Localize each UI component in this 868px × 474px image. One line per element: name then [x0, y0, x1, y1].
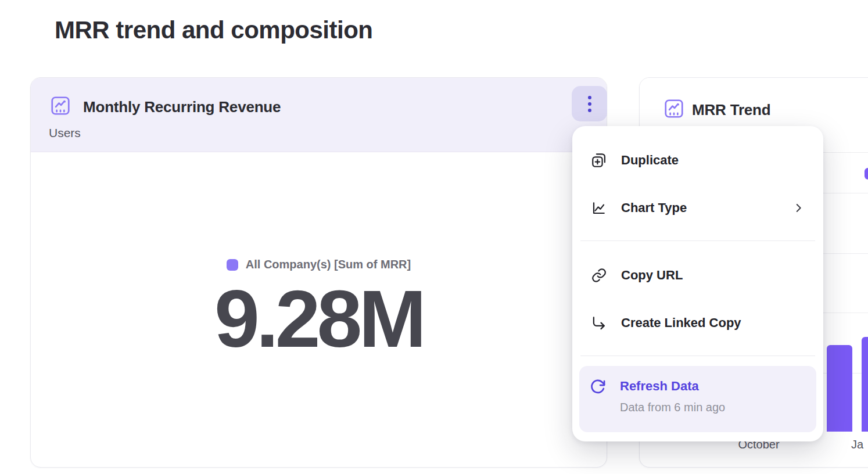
menu-item-label: Copy URL	[621, 268, 683, 283]
menu-item-duplicate[interactable]: Duplicate	[580, 144, 815, 177]
mrr-number-card: Monthly Recurring Revenue Users All Comp…	[30, 77, 607, 468]
legend-label: All Company(s) [Sum of MRR]	[246, 258, 411, 271]
trend-bar	[862, 337, 868, 432]
legend-item: All Company(s) [Sum of MRR]	[31, 258, 607, 271]
chevron-right-icon	[792, 202, 805, 214]
kebab-icon	[588, 96, 591, 99]
card-context-menu: Duplicate Chart Type Copy URL Create Lin…	[572, 126, 823, 441]
kebab-menu-button[interactable]	[572, 86, 607, 121]
corner-down-right-icon	[591, 315, 607, 331]
menu-item-create-linked-copy[interactable]: Create Linked Copy	[580, 307, 815, 339]
mrr-value: 9.28M	[31, 278, 607, 360]
refresh-icon	[590, 379, 606, 395]
trend-card-title: MRR Trend	[692, 101, 770, 119]
menu-item-chart-type[interactable]: Chart Type	[580, 192, 815, 224]
chart-widget-icon	[663, 98, 685, 120]
menu-item-label: Chart Type	[621, 200, 687, 216]
menu-item-label: Duplicate	[621, 153, 679, 168]
refresh-status-text: Data from 6 min ago	[620, 401, 725, 414]
menu-item-label: Create Linked Copy	[621, 315, 741, 331]
mrr-card-subtitle: Users	[49, 126, 81, 140]
duplicate-icon	[591, 152, 607, 168]
chart-widget-icon	[49, 95, 71, 117]
x-axis-label: Ja	[851, 438, 863, 451]
refresh-text-group: Refresh Data Data from 6 min ago	[620, 379, 725, 414]
legend-swatch	[227, 259, 238, 271]
chart-type-icon	[591, 200, 607, 216]
menu-item-copy-url[interactable]: Copy URL	[580, 259, 815, 292]
menu-item-label: Refresh Data	[620, 379, 725, 394]
trend-bar	[827, 345, 852, 432]
menu-divider	[580, 356, 815, 356]
menu-divider	[580, 240, 815, 241]
mrr-card-title: Monthly Recurring Revenue	[83, 98, 281, 116]
trend-legend-swatch	[865, 168, 868, 179]
menu-item-refresh-data[interactable]: Refresh Data Data from 6 min ago	[579, 366, 816, 432]
link-icon	[591, 267, 607, 283]
mrr-card-header: Monthly Recurring Revenue Users	[31, 78, 607, 152]
page-title: MRR trend and composition	[55, 16, 373, 44]
